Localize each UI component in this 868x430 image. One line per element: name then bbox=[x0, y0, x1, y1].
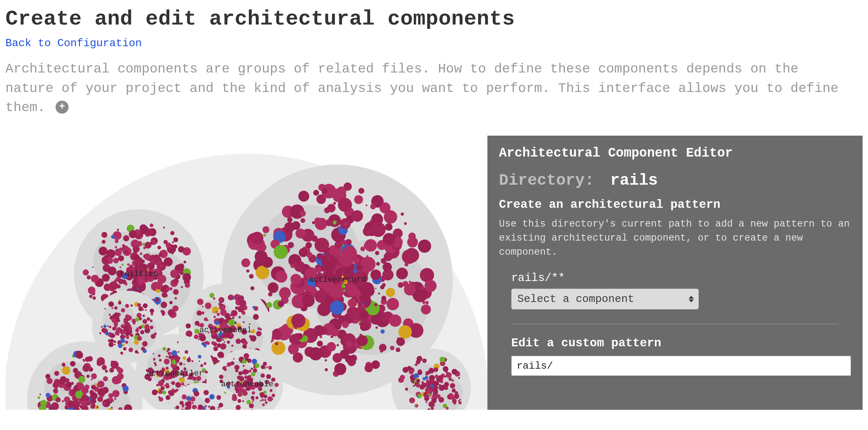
svg-point-700 bbox=[375, 288, 376, 289]
svg-point-690 bbox=[323, 270, 326, 273]
svg-point-600 bbox=[271, 329, 281, 339]
svg-point-558 bbox=[250, 286, 254, 290]
svg-point-335 bbox=[376, 262, 380, 266]
svg-point-1604 bbox=[83, 360, 85, 362]
svg-point-1187 bbox=[245, 370, 249, 374]
svg-point-187 bbox=[166, 242, 171, 248]
svg-point-892 bbox=[197, 310, 202, 316]
svg-point-542 bbox=[379, 344, 386, 351]
svg-point-196 bbox=[123, 235, 129, 241]
svg-point-1836 bbox=[434, 367, 438, 372]
svg-point-982 bbox=[164, 385, 166, 386]
svg-point-718 bbox=[194, 329, 200, 334]
svg-point-282 bbox=[378, 293, 380, 295]
component-select[interactable]: Select a component bbox=[511, 289, 699, 310]
svg-point-1831 bbox=[459, 401, 462, 404]
svg-point-1635 bbox=[108, 393, 113, 398]
svg-point-1434 bbox=[112, 326, 116, 330]
svg-point-1142 bbox=[272, 394, 275, 397]
svg-point-218 bbox=[150, 263, 152, 265]
svg-point-884 bbox=[194, 334, 198, 339]
svg-point-1606 bbox=[72, 398, 74, 400]
svg-point-1424 bbox=[143, 309, 144, 311]
svg-point-1180 bbox=[246, 376, 249, 379]
svg-point-809 bbox=[244, 341, 247, 345]
svg-point-469 bbox=[335, 359, 337, 361]
svg-point-1177 bbox=[266, 374, 271, 379]
svg-point-629 bbox=[389, 315, 401, 327]
svg-point-471 bbox=[387, 298, 399, 310]
svg-point-663 bbox=[300, 210, 306, 216]
svg-point-185 bbox=[109, 281, 118, 290]
svg-point-1834 bbox=[429, 401, 435, 407]
svg-point-637 bbox=[397, 337, 400, 340]
svg-point-714 bbox=[253, 314, 259, 320]
svg-point-1625 bbox=[91, 379, 92, 380]
svg-text:activerecord: activerecord bbox=[309, 275, 366, 284]
svg-point-827 bbox=[211, 341, 215, 345]
intro-text: Architectural components are groups of r… bbox=[5, 60, 853, 118]
svg-point-1661 bbox=[103, 376, 108, 381]
svg-point-677 bbox=[251, 232, 264, 244]
svg-point-1246 bbox=[174, 407, 176, 409]
svg-point-875 bbox=[239, 300, 246, 307]
svg-point-972 bbox=[200, 364, 203, 367]
circle-pack-visualization[interactable]: railtiesactiverecordactivemodelactionmai… bbox=[5, 136, 487, 410]
svg-point-1391 bbox=[139, 317, 142, 320]
svg-point-1191 bbox=[244, 353, 249, 359]
svg-point-597 bbox=[314, 325, 324, 336]
svg-point-1018 bbox=[168, 390, 175, 396]
svg-point-502 bbox=[371, 269, 381, 280]
plus-circle-icon[interactable]: + bbox=[56, 101, 69, 114]
svg-point-976 bbox=[158, 396, 160, 398]
svg-point-800 bbox=[249, 335, 252, 338]
svg-point-1454 bbox=[134, 340, 139, 345]
svg-point-578 bbox=[383, 262, 392, 272]
svg-point-1689 bbox=[62, 367, 70, 375]
svg-point-611 bbox=[404, 222, 407, 225]
svg-point-678 bbox=[316, 290, 327, 302]
svg-point-1043 bbox=[176, 359, 179, 363]
svg-point-831 bbox=[215, 311, 217, 312]
svg-point-659 bbox=[360, 257, 376, 272]
svg-point-695 bbox=[360, 310, 368, 319]
svg-point-107 bbox=[92, 267, 94, 268]
svg-point-1042 bbox=[181, 382, 184, 386]
svg-point-1017 bbox=[176, 389, 178, 391]
svg-point-1378 bbox=[144, 324, 150, 329]
svg-point-1384 bbox=[127, 316, 131, 321]
svg-point-472 bbox=[325, 219, 333, 227]
svg-point-1380 bbox=[122, 343, 125, 346]
svg-point-1044 bbox=[172, 350, 177, 356]
svg-point-1039 bbox=[205, 379, 207, 381]
svg-point-80 bbox=[119, 266, 121, 268]
svg-point-537 bbox=[274, 245, 288, 259]
svg-point-1395 bbox=[138, 306, 143, 311]
svg-point-16 bbox=[173, 237, 178, 242]
component-editor-panel: Architectural Component Editor Directory… bbox=[487, 136, 863, 410]
svg-point-1045 bbox=[158, 390, 159, 392]
svg-point-1774 bbox=[398, 377, 404, 383]
svg-point-423 bbox=[384, 252, 393, 261]
svg-point-1545 bbox=[39, 394, 41, 395]
svg-point-419 bbox=[325, 368, 328, 371]
svg-point-1461 bbox=[110, 333, 115, 338]
svg-point-848 bbox=[232, 317, 234, 319]
svg-point-791 bbox=[218, 302, 222, 306]
svg-point-1759 bbox=[449, 377, 452, 381]
svg-point-1190 bbox=[238, 371, 243, 376]
back-link[interactable]: Back to Configuration bbox=[5, 37, 142, 49]
svg-point-1742 bbox=[452, 389, 456, 392]
svg-point-1136 bbox=[237, 399, 241, 403]
svg-point-165 bbox=[121, 264, 123, 266]
svg-point-1769 bbox=[429, 375, 435, 381]
svg-point-1106 bbox=[260, 400, 262, 402]
custom-pattern-input[interactable] bbox=[511, 356, 851, 376]
svg-text:actioncable: actioncable bbox=[221, 380, 273, 389]
svg-point-1680 bbox=[103, 389, 106, 391]
svg-point-993 bbox=[183, 356, 186, 360]
svg-point-634 bbox=[396, 347, 400, 352]
svg-point-216 bbox=[155, 282, 163, 290]
create-pattern-heading: Create an architectural pattern bbox=[499, 198, 851, 211]
svg-point-780 bbox=[222, 339, 224, 341]
